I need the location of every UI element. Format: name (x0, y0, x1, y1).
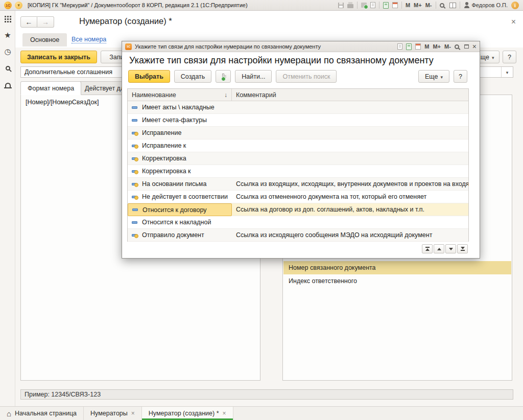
sidebar-notifications-button[interactable] (0, 76, 15, 92)
close-icon[interactable] (472, 42, 477, 51)
table-row[interactable]: Относится к накладной (128, 216, 468, 229)
print-preview-icon[interactable] (397, 43, 402, 50)
forward-button[interactable]: → (37, 16, 54, 28)
memory-m-button[interactable]: M (406, 2, 410, 8)
link-predefined-icon (132, 170, 137, 173)
row-comment (232, 127, 468, 139)
row-name: Исправление к (142, 142, 186, 149)
table-header: Наименование ↓ Комментарий (128, 89, 468, 101)
calculator-icon[interactable] (383, 2, 389, 9)
app-titlebar: [КОПИЯ] ГК "Меркурий" / Документооборот … (0, 0, 523, 11)
main-menu-button[interactable] (15, 2, 22, 9)
example-bar: Пример: 12345/СВЯЗ-123 (20, 389, 513, 400)
triangle-up-icon (425, 248, 430, 251)
column-comment-label: Комментарий (236, 91, 276, 99)
save-icon[interactable] (338, 3, 344, 8)
form-close-icon[interactable]: × (511, 17, 516, 27)
zoom-icon[interactable] (440, 3, 444, 8)
create-button[interactable]: Создать (174, 70, 212, 83)
row-name: Относится к договору (142, 206, 207, 214)
table-row-selected[interactable]: Относится к договору Ссылка на договор и… (128, 203, 468, 216)
link-predefined-icon (132, 196, 137, 198)
triangle-down-icon (461, 247, 465, 249)
dialog-titlebar[interactable]: Укажите тип связи для настройки нумераци… (122, 41, 480, 52)
list-item[interactable]: Номер связанного документа (283, 261, 511, 274)
row-comment (232, 165, 468, 178)
table-row[interactable]: Не действует в соответствии Ссылка из от… (128, 191, 468, 203)
row-name: Отправило документ (142, 231, 204, 239)
table-row[interactable]: Имеет акты \ накладные (128, 101, 468, 114)
print-preview-icon[interactable] (370, 2, 375, 8)
print-icon[interactable] (347, 4, 353, 8)
tab-numerators[interactable]: Нумераторы (84, 407, 142, 420)
table-row[interactable]: Имеет счета-фактуры (128, 114, 468, 127)
link-icon (132, 208, 138, 211)
memory-m-button[interactable]: M (424, 43, 429, 50)
name-field-value: Дополнительные соглашения (25, 68, 112, 76)
info-icon[interactable] (511, 2, 519, 9)
select-button[interactable]: Выбрать (128, 70, 170, 83)
current-user[interactable]: Федоров О.П. (464, 2, 508, 8)
sidebar-sections-button[interactable] (0, 11, 15, 27)
tab-numerator-create[interactable]: Нумератор (создание) * (142, 407, 233, 420)
row-name-cell: Исправление (128, 127, 232, 139)
sidebar-favorites-button[interactable] (0, 27, 15, 43)
tab-number-format[interactable]: Формат номера (20, 81, 81, 95)
dialog-titlebar-icons: M M+ M- (397, 42, 477, 51)
bar-icon (461, 250, 465, 251)
split-columns-icon[interactable] (449, 3, 456, 8)
go-last-button[interactable] (457, 244, 468, 253)
memory-m-minus-button[interactable]: M- (444, 43, 451, 50)
save-and-close-button[interactable]: Записать и закрыть (20, 51, 97, 63)
table-row[interactable]: На основании письма Ссылка из входящих, … (128, 178, 468, 191)
calendar-icon[interactable] (392, 2, 398, 8)
row-comment (232, 114, 468, 127)
maximize-icon[interactable] (464, 44, 469, 49)
row-comment: Ссылка на договор из доп. соглашений, ак… (232, 203, 468, 216)
tab-all-numbers[interactable]: Все номера (72, 36, 106, 43)
form-help-button[interactable]: ? (503, 51, 516, 63)
row-name: Не действует в соответствии (142, 193, 228, 200)
table-row[interactable]: Исправление (128, 127, 468, 139)
copy-icon (222, 74, 224, 80)
copy-button[interactable] (216, 70, 231, 83)
calculator-icon[interactable] (406, 43, 412, 50)
tab-close-icon[interactable] (131, 410, 135, 417)
print-add-icon[interactable] (361, 3, 367, 8)
link-predefined-icon (132, 183, 137, 185)
sidebar-history-button[interactable] (0, 43, 15, 60)
bar-icon (425, 247, 430, 248)
list-item[interactable]: Индекс ответственного (283, 274, 511, 288)
table-row[interactable]: Корректировка к (128, 165, 468, 178)
dialog-toolbar: Выбрать Создать Найти... Отменить поиск … (128, 70, 467, 83)
dialog-help-button[interactable]: ? (454, 70, 467, 83)
link-predefined-icon (132, 157, 137, 160)
find-button[interactable]: Найти... (235, 70, 272, 83)
dialog-more-button[interactable]: Еще (418, 70, 449, 83)
tab-home[interactable]: Начальная страница (0, 407, 84, 420)
go-first-button[interactable] (422, 244, 433, 253)
combo-dropdown-button[interactable] (501, 67, 513, 77)
table-row[interactable]: Отправило документ Ссылка из исходящего … (128, 229, 468, 242)
back-button[interactable]: ← (20, 16, 37, 28)
memory-m-plus-button[interactable]: M+ (433, 43, 441, 50)
table-row[interactable]: Корректировка (128, 152, 468, 165)
row-name-cell: Исправление к (128, 139, 232, 152)
home-icon (7, 409, 11, 418)
calendar-icon[interactable] (415, 43, 421, 50)
column-header-comment[interactable]: Комментарий (232, 89, 468, 101)
sidebar-search-button[interactable] (0, 60, 15, 76)
go-up-button[interactable] (434, 244, 444, 253)
column-header-name[interactable]: Наименование ↓ (128, 89, 232, 101)
table-row[interactable]: Исправление к (128, 139, 468, 152)
cancel-search-button[interactable]: Отменить поиск (276, 70, 337, 83)
zoom-icon[interactable] (455, 44, 459, 49)
memory-m-plus-button[interactable]: M+ (414, 2, 422, 8)
tab-main[interactable]: Основное (22, 33, 67, 46)
tab-numerator-create-label: Нумератор (создание) * (149, 410, 219, 417)
toolbar-separator (379, 2, 379, 9)
row-comment (232, 101, 468, 114)
go-down-button[interactable] (445, 244, 456, 253)
memory-m-minus-button[interactable]: M- (425, 2, 432, 8)
tab-close-icon[interactable] (223, 410, 226, 417)
